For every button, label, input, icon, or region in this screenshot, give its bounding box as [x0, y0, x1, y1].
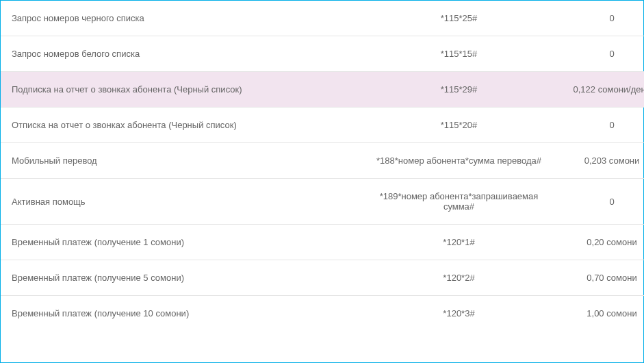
service-price: 0,20 сомони [549, 225, 644, 260]
service-code: *189*номер абонента*запрашиваемая сумма# [369, 179, 549, 225]
service-code: *115*15# [369, 36, 549, 72]
service-code: *115*20# [369, 108, 549, 143]
service-code: *115*25# [369, 1, 549, 36]
service-code: *115*29# [369, 72, 549, 108]
service-name: Запрос номеров черного списка [1, 1, 369, 36]
table-row: Активная помощь*189*номер абонента*запра… [1, 179, 644, 225]
service-code: *120*1# [369, 225, 549, 260]
table-row: Запрос номеров белого списка*115*15#0 [1, 36, 644, 72]
service-name: Мобильный перевод [1, 143, 369, 179]
table-row: Мобильный перевод*188*номер абонента*сум… [1, 143, 644, 179]
service-name: Временный платеж (получение 1 сомони) [1, 225, 369, 260]
table-row: Временный платеж (получение 10 сомони)*1… [1, 296, 644, 331]
service-price: 0,122 сомони/день [549, 72, 644, 108]
service-price: 1,00 сомони [549, 296, 644, 331]
service-price: 0 [549, 36, 644, 72]
services-table: Запрос номеров черного списка*115*25#0За… [1, 1, 644, 331]
content-frame: Запрос номеров черного списка*115*25#0За… [0, 0, 644, 363]
service-price: 0 [549, 108, 644, 143]
service-code: *120*2# [369, 260, 549, 296]
service-price: 0 [549, 179, 644, 225]
service-name: Запрос номеров белого списка [1, 36, 369, 72]
table-row: Временный платеж (получение 5 сомони)*12… [1, 260, 644, 296]
service-name: Отписка на отчет о звонках абонента (Чер… [1, 108, 369, 143]
service-name: Временный платеж (получение 5 сомони) [1, 260, 369, 296]
service-name: Подписка на отчет о звонках абонента (Че… [1, 72, 369, 108]
service-price: 0,203 сомони [549, 143, 644, 179]
service-code: *120*3# [369, 296, 549, 331]
service-name: Активная помощь [1, 179, 369, 225]
table-row: Подписка на отчет о звонках абонента (Че… [1, 72, 644, 108]
table-row: Временный платеж (получение 1 сомони)*12… [1, 225, 644, 260]
service-name: Временный платеж (получение 10 сомони) [1, 296, 369, 331]
table-row: Запрос номеров черного списка*115*25#0 [1, 1, 644, 36]
table-row: Отписка на отчет о звонках абонента (Чер… [1, 108, 644, 143]
service-code: *188*номер абонента*сумма перевода# [369, 143, 549, 179]
service-price: 0 [549, 1, 644, 36]
service-price: 0,70 сомони [549, 260, 644, 296]
